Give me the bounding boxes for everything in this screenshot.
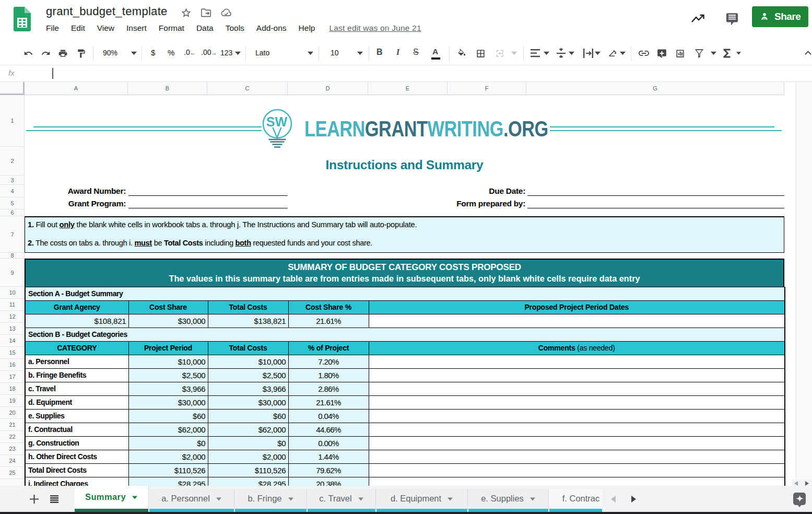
svg-text:SW: SW (266, 114, 288, 129)
